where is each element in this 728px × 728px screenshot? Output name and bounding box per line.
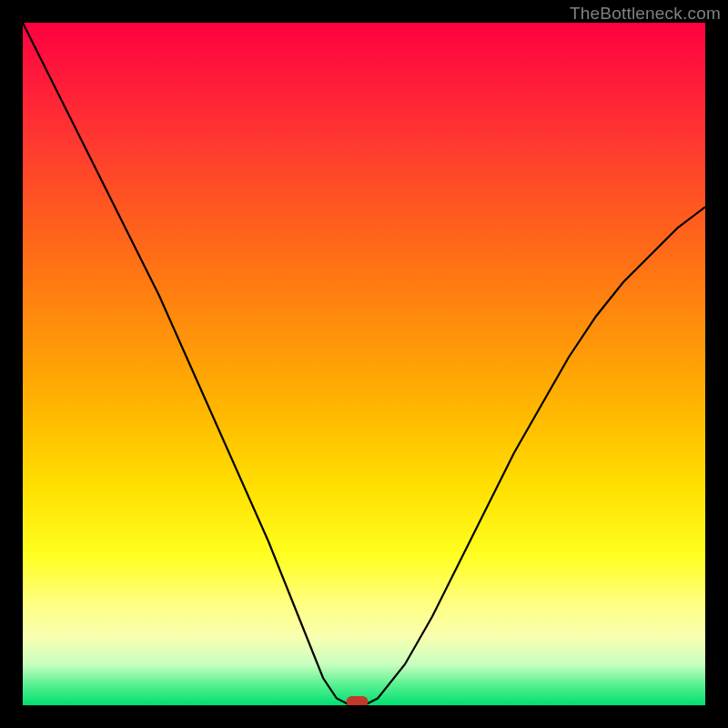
curve-svg [23, 23, 705, 705]
watermark-text: TheBottleneck.com [570, 4, 721, 24]
chart-frame: TheBottleneck.com [0, 0, 728, 728]
bottleneck-curve [23, 23, 705, 705]
plot-area [23, 23, 705, 705]
optimum-marker [347, 696, 369, 705]
